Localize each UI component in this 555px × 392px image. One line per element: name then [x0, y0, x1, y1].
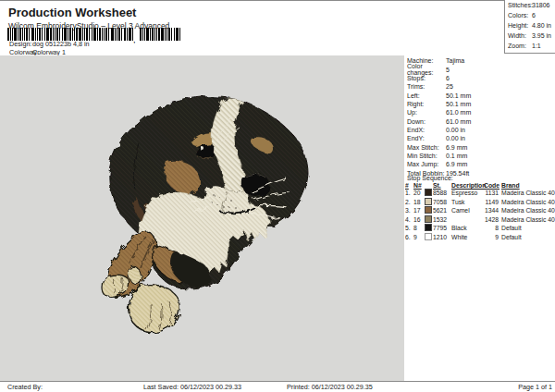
- machine-info-row: Trims:25: [407, 82, 553, 91]
- footer-page-number: Page 1 of 1: [518, 383, 552, 391]
- machine-info-panel: Machine:Tajima Color changes:5 Stops:6 T…: [407, 56, 553, 178]
- design-label: Design:: [9, 40, 32, 48]
- machine-info-row: Color changes:5: [407, 65, 553, 73]
- thread-row: 3.17 5621Camel 1344Madeira Classic 40: [405, 206, 555, 215]
- footer-created-by: Created By:: [7, 383, 43, 391]
- page-top-divider: [0, 0, 555, 1]
- thread-color-swatch: [425, 189, 432, 196]
- machine-info-row: Left:50.1 mm: [407, 91, 553, 99]
- machine-info-row: Down:61.0 mm: [407, 116, 553, 125]
- design-value: dog 051223b 4,8 in: [32, 40, 90, 48]
- design-row: Design: dog 051223b 4,8 in: [9, 40, 90, 48]
- thread-row: 5.8 7795Black 8Default: [405, 224, 555, 233]
- thread-row: 6.9 1210White 9Default: [405, 233, 555, 242]
- thread-color-swatch: [425, 224, 432, 231]
- machine-info-row: Min Stitch:0.1 mm: [407, 152, 553, 160]
- machine-info-row: EndY:0.00 in: [407, 134, 553, 142]
- stat-colors: Colors:6: [505, 12, 555, 22]
- stop-sequence-header: # N# St. Description Code Brand: [405, 182, 555, 189]
- machine-info-row: Stops:6: [407, 74, 553, 82]
- thread-color-swatch: [425, 233, 432, 240]
- footer-divider: [0, 381, 555, 382]
- production-worksheet-page: Production Worksheet Wilcom EmbroiderySt…: [0, 0, 555, 392]
- stat-width: Width:3.95 in: [505, 32, 555, 43]
- stop-sequence-rows: 1.20 8588Espresso 1131Madeira Classic 40…: [405, 189, 555, 241]
- thread-color-swatch: [425, 215, 432, 223]
- thread-color-swatch: [425, 198, 432, 205]
- stop-sequence-title: Stop Sequence:: [407, 175, 453, 181]
- stat-height: Height:4.80 in: [505, 22, 555, 32]
- machine-info-row: EndX:0.00 in: [407, 126, 553, 134]
- footer-printed: Printed: 06/12/2023 00.29.35: [287, 383, 373, 391]
- thread-row: 1.20 8588Espresso 1131Madeira Classic 40: [405, 189, 555, 198]
- machine-info-row: Max Stitch:6.9 mm: [407, 142, 553, 151]
- design-canvas: [0, 55, 404, 381]
- embroidery-design-preview: [0, 55, 404, 381]
- dog-right-paw: [129, 285, 179, 333]
- thread-color-swatch: [425, 206, 432, 214]
- design-stats-box: Stitches:31806 Colors:6 Height:4.80 in W…: [504, 0, 555, 54]
- thread-row: 2.18 7058Tusk 1149Madeira Classic 40: [405, 198, 555, 207]
- page-title: Production Worksheet: [8, 6, 136, 19]
- stat-zoom: Zoom:1:1: [505, 43, 555, 53]
- stat-stitches: Stitches:31806: [505, 2, 555, 12]
- barcode-comma: ,: [133, 35, 136, 43]
- footer-last-saved: Last Saved: 06/12/2023 00.29.33: [143, 383, 241, 391]
- machine-info-row: Up:61.0 mm: [407, 108, 553, 116]
- machine-info-row: Max Jump:6.9 mm: [407, 160, 553, 168]
- machine-info-row: Right:50.1 mm: [407, 100, 553, 108]
- thread-row: 4.16 1532 1428Madeira Classic 40: [405, 215, 555, 225]
